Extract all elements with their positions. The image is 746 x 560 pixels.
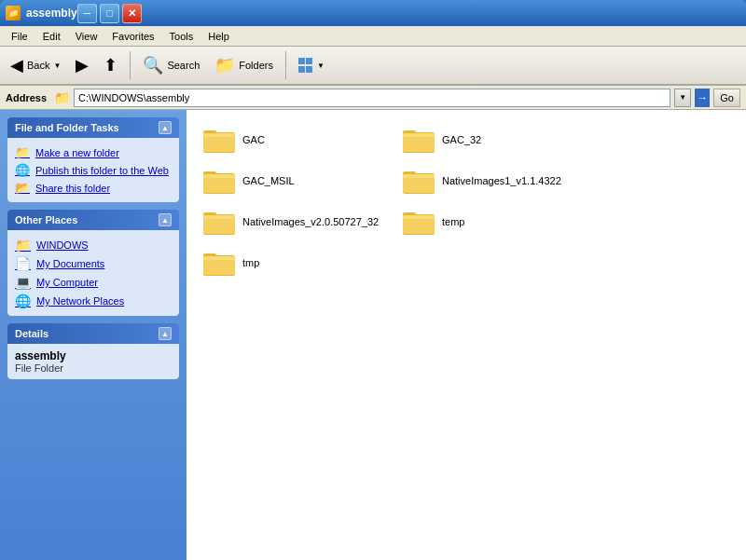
- details-body: assembly File Folder: [7, 344, 179, 379]
- menubar: File Edit View Favorites Tools Help: [0, 26, 746, 47]
- share-folder-label: Share this folder: [35, 183, 110, 194]
- svg-rect-23: [403, 215, 435, 219]
- forward-icon: ▶: [76, 55, 89, 75]
- address-label: Address: [6, 92, 47, 103]
- folders-label: Folders: [239, 60, 273, 71]
- folder-icon: [203, 248, 237, 278]
- other-places-label: Other Places: [15, 214, 77, 225]
- svg-rect-15: [403, 174, 435, 178]
- folder-icon: [203, 125, 237, 155]
- toolbar: ◀ Back ▼ ▶ ⬆ 🔍 Search 📁 Folders ▼: [0, 47, 746, 86]
- folder-item[interactable]: GAC: [198, 121, 394, 158]
- svg-rect-3: [203, 133, 235, 137]
- folder-icon: [403, 125, 436, 155]
- search-button[interactable]: 🔍 Search: [136, 51, 206, 79]
- windows-label: WINDOWS: [36, 239, 89, 251]
- menu-file[interactable]: File: [4, 29, 35, 44]
- maximize-button[interactable]: □: [100, 4, 119, 23]
- titlebar: 📁 assembly ─ □ ✕: [0, 0, 746, 26]
- details-label: Details: [15, 328, 48, 339]
- folder-item[interactable]: GAC_32: [397, 121, 593, 158]
- folder-icon: [403, 207, 436, 237]
- views-button[interactable]: ▼: [292, 54, 331, 76]
- folder-item[interactable]: tmp: [198, 244, 394, 281]
- back-icon: ◀: [10, 55, 23, 75]
- addressbar: Address 📁 ▼ → Go: [0, 86, 746, 110]
- minimize-button[interactable]: ─: [77, 4, 97, 23]
- file-folder-tasks-header: File and Folder Tasks ▲: [7, 117, 179, 138]
- menu-edit[interactable]: Edit: [35, 29, 68, 44]
- folder-name: NativeImages_v2.0.50727_32: [242, 216, 379, 227]
- window-controls: ─ □ ✕: [77, 4, 142, 23]
- my-documents-icon: 📄: [15, 256, 31, 271]
- file-folder-tasks-section: File and Folder Tasks ▲ 📁 Make a new fol…: [7, 117, 179, 202]
- close-button[interactable]: ✕: [122, 4, 142, 23]
- publish-icon: 🌐: [15, 163, 30, 177]
- menu-help[interactable]: Help: [200, 29, 237, 44]
- make-new-folder-link[interactable]: 📁 Make a new folder: [15, 143, 172, 161]
- views-arrow-icon: ▼: [317, 61, 325, 70]
- windows-folder-icon: 📁: [15, 238, 31, 253]
- folder-name: GAC_MSIL: [242, 175, 295, 186]
- views-grid-icon: [298, 58, 305, 64]
- my-network-places-label: My Network Places: [36, 295, 124, 307]
- go-button[interactable]: Go: [713, 89, 740, 107]
- file-folder-tasks-collapse[interactable]: ▲: [159, 121, 172, 134]
- svg-rect-19: [203, 215, 235, 219]
- my-computer-icon: 💻: [15, 275, 31, 290]
- folder-name: GAC: [242, 134, 265, 145]
- publish-folder-label: Publish this folder to the Web: [35, 165, 169, 176]
- details-header: Details ▲: [7, 323, 179, 344]
- menu-tools[interactable]: Tools: [162, 29, 201, 44]
- folder-name: NativeImages1_v1.1.4322: [442, 175, 561, 186]
- window-icon: 📁: [6, 6, 21, 20]
- folder-icon: [203, 207, 237, 237]
- go-arrow-icon: →: [695, 89, 710, 107]
- other-places-section: Other Places ▲ 📁 WINDOWS 📄 My Documents …: [7, 210, 179, 316]
- menu-favorites[interactable]: Favorites: [104, 29, 161, 44]
- folder-item[interactable]: NativeImages1_v1.1.4322: [397, 162, 593, 199]
- left-panel: File and Folder Tasks ▲ 📁 Make a new fol…: [0, 110, 186, 560]
- back-arrow-icon: ▼: [53, 61, 61, 70]
- details-section: Details ▲ assembly File Folder: [7, 323, 179, 379]
- details-folder-name: assembly: [15, 349, 172, 362]
- my-computer-label: My Computer: [36, 277, 98, 288]
- search-label: Search: [167, 60, 200, 71]
- forward-button[interactable]: ▶: [69, 51, 95, 79]
- address-folder-icon: 📁: [54, 90, 70, 105]
- menu-view[interactable]: View: [68, 29, 105, 44]
- address-input[interactable]: [74, 89, 670, 107]
- up-button[interactable]: ⬆: [97, 51, 124, 79]
- folder-name: GAC_32: [442, 134, 481, 145]
- file-folder-tasks-label: File and Folder Tasks: [15, 122, 119, 133]
- other-places-body: 📁 WINDOWS 📄 My Documents 💻 My Computer 🌐…: [7, 230, 179, 316]
- folder-name: temp: [442, 216, 464, 227]
- folders-button[interactable]: 📁 Folders: [208, 51, 280, 79]
- window-title: assembly: [26, 7, 77, 20]
- file-folder-tasks-body: 📁 Make a new folder 🌐 Publish this folde…: [7, 138, 179, 202]
- content-area: GAC GAC_32 G: [186, 110, 746, 560]
- folder-name: tmp: [242, 257, 259, 268]
- new-folder-icon: 📁: [15, 145, 30, 159]
- address-dropdown-button[interactable]: ▼: [674, 89, 691, 107]
- windows-link[interactable]: 📁 WINDOWS: [15, 236, 172, 254]
- folder-icon: [403, 166, 436, 196]
- main-area: File and Folder Tasks ▲ 📁 Make a new fol…: [0, 110, 746, 560]
- details-collapse[interactable]: ▲: [159, 327, 172, 340]
- my-network-places-link[interactable]: 🌐 My Network Places: [15, 292, 172, 310]
- my-network-icon: 🌐: [15, 294, 31, 308]
- my-computer-link[interactable]: 💻 My Computer: [15, 273, 172, 292]
- toolbar-separator-1: [130, 51, 131, 79]
- svg-rect-27: [203, 256, 235, 260]
- my-documents-link[interactable]: 📄 My Documents: [15, 254, 172, 273]
- folder-icon: [203, 166, 237, 196]
- folders-icon: 📁: [214, 55, 235, 75]
- publish-folder-link[interactable]: 🌐 Publish this folder to the Web: [15, 161, 172, 179]
- share-folder-link[interactable]: 📂 Share this folder: [15, 179, 172, 197]
- folder-item[interactable]: temp: [397, 203, 593, 240]
- share-icon: 📂: [15, 181, 30, 195]
- back-button[interactable]: ◀ Back ▼: [4, 51, 67, 79]
- folder-item[interactable]: NativeImages_v2.0.50727_32: [198, 203, 394, 240]
- folder-item[interactable]: GAC_MSIL: [198, 162, 394, 199]
- other-places-collapse[interactable]: ▲: [159, 213, 172, 226]
